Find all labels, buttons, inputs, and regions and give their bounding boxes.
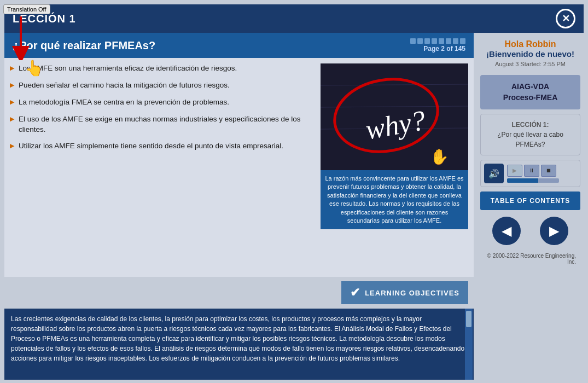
stop-button[interactable]: ⏹ <box>541 165 556 177</box>
dot-8 <box>460 38 465 44</box>
lesson-card: LECCIÓN 1: ¿Por qué llevar a cabo PFMEAs… <box>480 114 580 155</box>
media-controls: ▶ ⏸ ⏹ <box>507 165 559 183</box>
checkmark-icon: ✔ <box>350 286 360 300</box>
right-sidebar: Hola Robbin ¡Bienvenido de nuevo! August… <box>477 33 584 380</box>
dot-7 <box>453 38 458 44</box>
play-button[interactable]: ▶ <box>507 165 522 177</box>
sub-header-title: ¿Por qué realizar PFMEAs? <box>13 39 155 52</box>
dot-5 <box>439 38 444 44</box>
dot-3 <box>424 38 430 44</box>
image-caption: La razón más convincente para utilizar l… <box>321 170 468 229</box>
list-item: ▶ El uso de los AMFE se exige en muchas … <box>10 114 311 135</box>
audio-icon[interactable]: 🔊 <box>484 164 504 183</box>
course-name: AIAG-VDAProceso-FMEA <box>503 82 558 102</box>
lesson-card-subtitle: ¿Por qué llevar a cabo PFMEAs? <box>485 130 575 149</box>
toc-button[interactable]: TABLE OF CONTENTS <box>480 192 580 210</box>
nav-buttons: ◀ ▶ <box>480 214 580 247</box>
course-card: AIAG-VDAProceso-FMEA <box>480 75 580 109</box>
scrollbar-thumb <box>466 311 471 327</box>
why-image: why? ✋ <box>321 63 468 170</box>
page-text: Page 2 of 145 <box>410 45 465 53</box>
dot-6 <box>446 38 451 44</box>
page-dots <box>410 38 465 44</box>
bottom-text-area: Las crecientes exigencias de calidad de … <box>4 309 474 380</box>
main-content: ¿Por qué realizar PFMEAs? Page 2 of 145 <box>4 33 477 380</box>
hand-icon: 👆 <box>25 59 44 77</box>
bottom-text: Las crecientes exigencias de calidad de … <box>11 314 467 363</box>
close-button[interactable]: ✕ <box>556 9 575 28</box>
dot-4 <box>432 38 437 44</box>
list-item: ▶ Los AMFE son una herramienta eficaz de… <box>10 63 311 74</box>
back-button[interactable]: ◀ <box>492 217 521 245</box>
bullet-section: ▶ Los AMFE son una herramienta eficaz de… <box>10 63 315 271</box>
forward-button[interactable]: ▶ <box>540 217 568 245</box>
progress-bar <box>507 178 559 183</box>
main-container: LECCIÓN 1 ✕ ¿Por qué realizar PFMEAs? <box>0 0 588 383</box>
bullet-arrow-icon: ▶ <box>10 81 14 89</box>
page-indicator: Page 2 of 145 <box>410 38 465 53</box>
lesson-card-title: LECCIÓN 1: <box>485 120 575 130</box>
list-item: ▶ Utilizar los AMFE simplemente tiene se… <box>10 141 311 152</box>
bullet-arrow-icon: ▶ <box>10 142 14 150</box>
copyright: © 2000-2022 Resource Engineering, Inc. <box>480 252 580 266</box>
welcome-time: August 3 Started: 2:55 PM <box>482 61 578 67</box>
learning-objectives-button[interactable]: ✔ LEARNING OBJECTIVES <box>341 281 468 304</box>
bullet-arrow-icon: ▶ <box>10 98 14 106</box>
list-item: ▶ Pueden señalar el camino hacia la miti… <box>10 80 311 91</box>
why-svg: why? ✋ <box>321 63 468 170</box>
content-area: ¿Por qué realizar PFMEAs? Page 2 of 145 <box>4 33 584 380</box>
pause-button[interactable]: ⏸ <box>524 165 539 177</box>
dot-2 <box>417 38 423 44</box>
progress-fill <box>507 178 538 183</box>
scrollbar[interactable] <box>465 309 473 380</box>
list-item: ▶ La metodología FMEA se centra en la pr… <box>10 97 311 108</box>
image-section: why? ✋ La razón más convincente para uti… <box>321 63 468 271</box>
welcome-name: Hola Robbin <box>482 39 578 49</box>
bullet-arrow-icon: ▶ <box>10 115 14 123</box>
translation-button[interactable]: Translation Off <box>3 4 50 14</box>
audio-controls: 🔊 ▶ ⏸ ⏹ <box>480 160 580 187</box>
dot-1 <box>410 38 416 44</box>
header-bar: LECCIÓN 1 ✕ <box>4 4 584 33</box>
bullet-arrow-icon: ▶ <box>10 64 14 72</box>
learning-objectives-bar: ✔ LEARNING OBJECTIVES <box>4 277 474 309</box>
sub-header: ¿Por qué realizar PFMEAs? Page 2 of 145 <box>4 33 474 58</box>
svg-text:✋: ✋ <box>430 148 449 166</box>
welcome-section: Hola Robbin ¡Bienvenido de nuevo! August… <box>480 36 580 71</box>
lesson-body: ▶ Los AMFE son una herramienta eficaz de… <box>4 58 474 277</box>
media-buttons: ▶ ⏸ ⏹ <box>507 165 559 177</box>
welcome-back: ¡Bienvenido de nuevo! <box>482 49 578 59</box>
